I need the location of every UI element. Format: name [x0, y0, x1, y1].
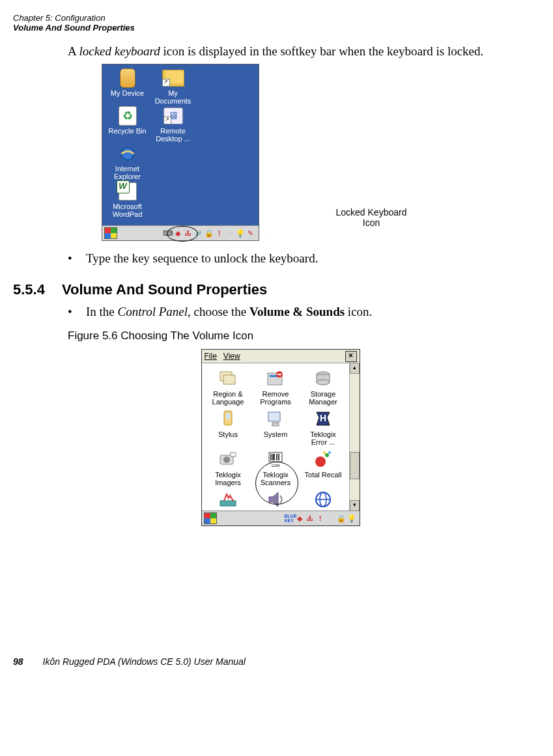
start-button[interactable]	[104, 227, 117, 239]
scrollbar-down-button[interactable]: ▾	[350, 500, 360, 511]
tray-keyboard-icon[interactable]: ⌨	[163, 229, 172, 238]
svg-text:1234: 1234	[271, 464, 280, 468]
svg-rect-3	[223, 375, 235, 384]
callout-line	[197, 233, 337, 234]
teklogix-error-icon: H	[313, 408, 333, 429]
total-recall-icon	[313, 449, 333, 469]
tray-light-icon[interactable]: 💡	[347, 514, 356, 523]
section-title: Volume And Sound Properties	[62, 281, 267, 298]
desktop-icon-remote-desktop[interactable]: 🖥↗ Remote Desktop ...	[150, 106, 196, 143]
menu-file[interactable]: File	[205, 352, 217, 361]
svg-rect-30	[220, 501, 236, 506]
header-section: Volume And Sound Properties	[13, 23, 548, 33]
svg-point-0	[121, 147, 134, 160]
cp-item-tweakit-settings[interactable]: TweakIT Settings	[205, 489, 251, 511]
cp-item-wireless-wan[interactable]: Wireless WAN	[300, 489, 346, 511]
remote-desktop-icon: 🖥↗	[163, 107, 183, 124]
svg-rect-12	[226, 413, 230, 419]
vertical-scrollbar[interactable]: ▴ ▾	[349, 363, 360, 511]
cp-item-storage-manager[interactable]: Storage Manager	[300, 368, 346, 406]
system-icon	[265, 408, 286, 429]
cp-item-region-language[interactable]: Region & Language	[205, 368, 251, 406]
tray-network-icon[interactable]: 🖧	[184, 229, 193, 238]
wireless-wan-icon	[313, 489, 333, 510]
recycle-icon: ♻	[119, 106, 137, 126]
menubar: File View ×	[202, 350, 360, 363]
svg-text:H: H	[320, 413, 326, 423]
svg-line-1	[265, 232, 268, 233]
section-heading: 5.5.4 Volume And Sound Properties	[13, 281, 548, 298]
scrollbar-up-button[interactable]: ▴	[350, 363, 360, 374]
tray-lock-icon[interactable]: 🔒	[337, 514, 346, 523]
start-button[interactable]	[204, 512, 217, 524]
svg-point-26	[315, 456, 326, 467]
close-button[interactable]: ×	[345, 351, 357, 362]
page-number: 98	[13, 656, 23, 667]
desktop-icon-internet-explorer[interactable]: Internet Explorer	[105, 144, 150, 180]
tray-app-icon[interactable]: ◆	[173, 229, 182, 238]
cp-item-teklogix-imagers[interactable]: Teklogix Imagers	[205, 449, 251, 486]
wordpad-icon: W	[119, 182, 137, 201]
figure-caption: Figure 5.6 Choosing The Volume Icon	[68, 329, 548, 343]
svg-rect-14	[272, 423, 279, 426]
svg-point-29	[323, 451, 326, 454]
tray-dots-icon[interactable]: ┈	[326, 514, 335, 523]
region-language-icon	[218, 368, 238, 389]
cp-item-system[interactable]: System	[253, 408, 298, 446]
teklogix-imagers-icon	[218, 449, 238, 469]
footer-title: Ikôn Rugged PDA (Windows CE 5.0) User Ma…	[43, 656, 246, 667]
screenshot-desktop: My Device ↗ My Documents ♻ Recycle Bin 🖥…	[102, 64, 259, 241]
paragraph-locked-keyboard: A locked keyboard icon is displayed in t…	[68, 44, 548, 59]
desktop-icon-wordpad[interactable]: W Microsoft WordPad	[105, 182, 150, 218]
svg-point-10	[317, 380, 330, 385]
tray-alert-icon[interactable]: !	[316, 514, 325, 523]
desktop-icon-recycle-bin[interactable]: ♻ Recycle Bin	[105, 106, 150, 143]
cp-item-teklogix-error[interactable]: H Teklogix Error ...	[300, 408, 346, 446]
svg-point-27	[325, 453, 329, 457]
system-tray: BLUEKEY ◆ 🖧 ! ┈ 🔒 💡	[285, 514, 358, 523]
remove-programs-icon	[265, 368, 286, 389]
stylus-icon	[218, 408, 238, 429]
menu-view[interactable]: View	[223, 352, 240, 361]
bullet-unlock-keyboard: • Type the key sequence to unlock the ke…	[68, 251, 548, 266]
cp-item-stylus[interactable]: Stylus	[205, 408, 251, 446]
svg-rect-13	[268, 412, 280, 421]
screenshot-desktop-wrapper: My Device ↗ My Documents ♻ Recycle Bin 🖥…	[102, 64, 460, 241]
header-chapter: Chapter 5: Configuration	[13, 13, 548, 23]
tray-network-icon[interactable]: 🖧	[305, 514, 315, 523]
desktop-icon-my-device[interactable]: My Device	[105, 68, 150, 105]
cp-item-remove-programs[interactable]: Remove Programs	[253, 368, 298, 406]
cp-item-teklogix-scanners[interactable]: 1234 Teklogix Scanners	[253, 449, 298, 486]
storage-manager-icon	[313, 368, 333, 389]
volume-sounds-icon	[265, 489, 286, 510]
tweakit-icon	[218, 489, 238, 510]
internet-explorer-icon	[119, 145, 137, 163]
cp-item-volume-sounds[interactable]: Volume & Sounds	[253, 489, 298, 511]
tray-app-icon[interactable]: ◆	[295, 514, 304, 523]
svg-marker-31	[269, 492, 278, 507]
scrollbar-thumb[interactable]	[350, 452, 360, 479]
callout-label: Locked Keyboard Icon	[336, 207, 407, 228]
teklogix-scanners-icon: 1234	[265, 449, 286, 469]
svg-rect-7	[277, 374, 281, 375]
svg-rect-18	[231, 453, 236, 456]
tray-bluekey-icon[interactable]: BLUEKEY	[285, 514, 294, 523]
taskbar: BLUEKEY ◆ 🖧 ! ┈ 🔒 💡	[202, 511, 360, 525]
svg-point-17	[223, 456, 230, 463]
cp-item-total-recall[interactable]: Total Recall	[300, 449, 346, 486]
svg-point-28	[328, 451, 331, 454]
footer: 98 Ikôn Rugged PDA (Windows CE 5.0) User…	[13, 656, 548, 667]
desktop-icon-my-documents[interactable]: ↗ My Documents	[150, 68, 196, 105]
section-number: 5.5.4	[13, 281, 45, 298]
screenshot-control-panel: File View × Region & Language Remove Pro…	[201, 349, 360, 526]
bullet-choose-volume: • In the Control Panel, choose the Volum…	[68, 305, 548, 319]
